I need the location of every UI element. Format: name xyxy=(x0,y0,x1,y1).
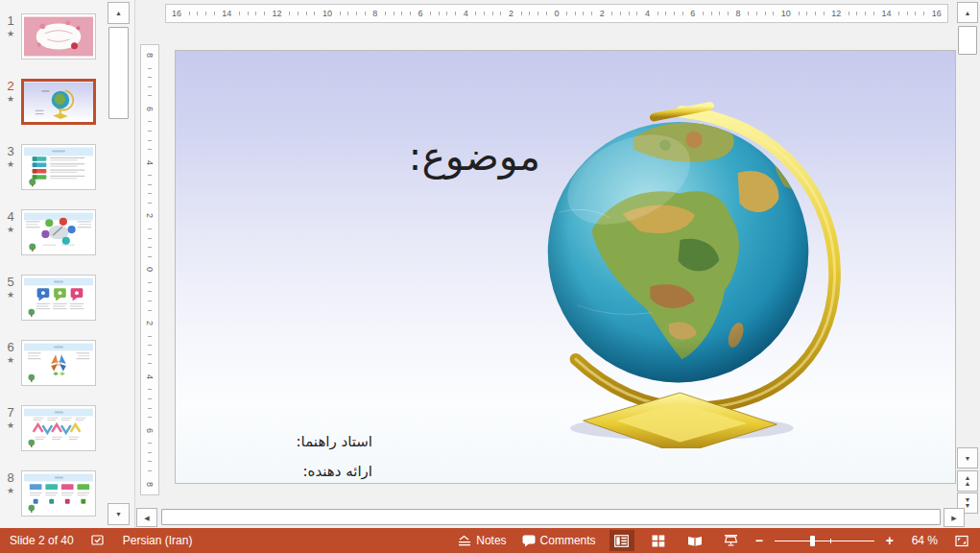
supervisor-label: استاد راهنما: xyxy=(224,427,372,457)
thumbnails-scroll-down-button[interactable]: ▼ xyxy=(108,503,130,525)
thumbnail-slide-1[interactable]: 1 ★ xyxy=(0,13,96,60)
spell-check-icon[interactable] xyxy=(89,528,108,553)
notes-button[interactable]: Notes xyxy=(456,528,508,553)
animation-star-icon: ★ xyxy=(7,94,14,104)
slide-number: 3 xyxy=(7,145,13,158)
slide-number: 4 xyxy=(7,210,13,224)
animation-star-icon: ★ xyxy=(7,421,14,430)
slide-number: 1 xyxy=(7,14,13,28)
fit-to-window-icon xyxy=(955,535,968,547)
slide-number: 5 xyxy=(7,276,13,289)
reading-view-icon xyxy=(687,535,703,547)
language-indicator[interactable]: Persian (Iran) xyxy=(123,534,193,547)
list-diagram-slide-preview xyxy=(24,147,93,187)
numbered-bubbles-slide-preview xyxy=(24,277,93,318)
arrow-shapes-slide-preview xyxy=(24,343,93,383)
zoom-out-button[interactable]: − xyxy=(755,534,763,547)
slide-show-button[interactable] xyxy=(719,530,744,551)
thumbnail-graphic[interactable] xyxy=(21,405,96,451)
notes-label: Notes xyxy=(476,534,506,547)
thumbnail-graphic[interactable] xyxy=(21,340,96,386)
scroll-left-button[interactable]: ◀ xyxy=(136,508,157,527)
thumbnail-graphic[interactable] xyxy=(21,275,96,321)
comments-icon xyxy=(522,535,536,547)
presenter-label: ارائه دهنده: xyxy=(224,457,372,484)
globe-slide-preview xyxy=(24,82,93,122)
thumbnails-scroll-up-button[interactable]: ▲ xyxy=(108,2,130,24)
slide-canvas[interactable]: موضوع: xyxy=(175,50,956,484)
slide-number: 6 xyxy=(7,341,13,354)
slide-sorter-view-button[interactable] xyxy=(646,530,671,551)
comments-label: Comments xyxy=(540,534,596,547)
scroll-down-button[interactable]: ▼ xyxy=(957,447,978,469)
notes-icon xyxy=(458,535,471,546)
slide-footer-textbox[interactable]: استاد راهنما: ارائه دهنده: xyxy=(224,427,372,484)
zoom-slider[interactable] xyxy=(775,535,874,547)
slide-number: 2 xyxy=(7,80,13,93)
animation-star-icon: ★ xyxy=(7,355,14,365)
thumbnail-graphic[interactable] xyxy=(21,79,96,125)
horizontal-scrollbar-thumb[interactable] xyxy=(161,509,941,525)
thumbnail-slide-8[interactable]: 8 ★ xyxy=(0,470,96,517)
thumbnail-graphic[interactable] xyxy=(21,13,96,60)
zoom-level[interactable]: 64 % xyxy=(905,534,938,547)
thumbnail-slide-6[interactable]: 6 ★ xyxy=(0,340,96,386)
normal-view-icon xyxy=(614,535,629,547)
zigzag-timeline-slide-preview xyxy=(24,408,93,448)
animation-star-icon: ★ xyxy=(7,29,14,38)
animation-star-icon: ★ xyxy=(7,225,14,234)
thumbnails-scrollbar-thumb[interactable] xyxy=(108,27,129,119)
slide-number: 8 xyxy=(7,471,13,485)
horizontal-ruler: 1614121086420246810121416 xyxy=(165,4,948,23)
circle-cluster-slide-preview xyxy=(24,212,93,252)
thumbnail-slide-3[interactable]: 3 ★ xyxy=(0,144,96,190)
reading-view-button[interactable] xyxy=(682,530,707,551)
vertical-scrollbar-thumb[interactable] xyxy=(958,26,977,55)
thumbnail-list: 1 ★ xyxy=(0,13,96,528)
slide-thumbnail-panel: 1 ★ xyxy=(0,0,135,528)
normal-view-button[interactable] xyxy=(610,530,634,551)
thumbnail-graphic[interactable] xyxy=(21,470,96,517)
thumbnail-slide-5[interactable]: 5 ★ xyxy=(0,275,96,321)
powerpoint-window: 1 ★ xyxy=(0,0,980,553)
slide-show-icon xyxy=(724,534,738,547)
slide-indicator[interactable]: Slide 2 of 40 xyxy=(10,534,74,547)
thumbnail-graphic[interactable] xyxy=(21,209,96,255)
animation-star-icon: ★ xyxy=(7,290,14,300)
status-bar: Slide 2 of 40 Persian (Iran) Notes xyxy=(0,528,980,553)
thumbnail-slide-7[interactable]: 7 ★ xyxy=(0,405,96,451)
fit-slide-to-window-button[interactable] xyxy=(949,530,974,551)
floral-title-slide-preview xyxy=(24,16,93,57)
zoom-slider-thumb[interactable] xyxy=(810,536,815,546)
previous-slide-button[interactable]: ▲▲ xyxy=(957,470,978,492)
slide-sorter-icon xyxy=(652,535,665,547)
slide-title-text[interactable]: موضوع: xyxy=(363,133,540,180)
scroll-up-button[interactable]: ▲ xyxy=(957,2,978,23)
four-column-slide-preview xyxy=(24,473,93,514)
zoom-in-button[interactable]: + xyxy=(886,534,894,547)
thumbnail-slide-2[interactable]: 2 ★ xyxy=(0,79,96,125)
comments-button[interactable]: Comments xyxy=(520,528,598,553)
slide-number: 7 xyxy=(7,406,13,420)
globe-image[interactable] xyxy=(540,97,848,448)
animation-star-icon: ★ xyxy=(7,486,14,495)
scroll-right-button[interactable]: ▶ xyxy=(944,508,965,527)
animation-star-icon: ★ xyxy=(7,159,14,169)
thumbnail-graphic[interactable] xyxy=(21,144,96,190)
vertical-ruler: 864202468 xyxy=(140,44,159,495)
thumbnail-slide-4[interactable]: 4 ★ xyxy=(0,209,96,255)
